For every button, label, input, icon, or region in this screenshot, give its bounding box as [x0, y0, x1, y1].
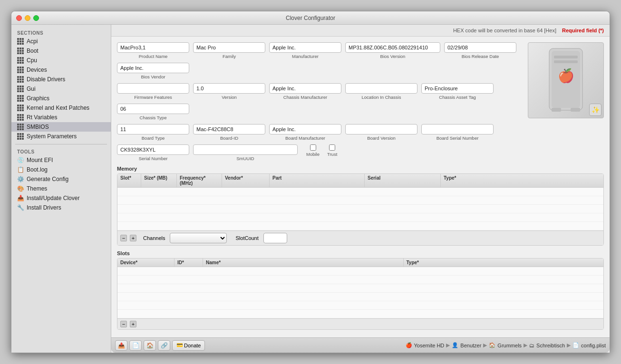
- slots-section-title: Slots: [117, 250, 604, 256]
- form-row-1: Product Name Family Manufacturer: [117, 42, 524, 79]
- mobile-checkbox-group: Mobile: [306, 144, 320, 157]
- path-sep-2: ▶: [483, 342, 487, 348]
- family-input[interactable]: [193, 42, 265, 53]
- path-yosemite: Yosemite HD: [414, 343, 445, 348]
- sidebar-item-graphics[interactable]: Graphics: [11, 94, 111, 103]
- minimize-button[interactable]: [25, 15, 30, 21]
- manufacturer-input[interactable]: [269, 42, 341, 53]
- table-row: [117, 196, 603, 205]
- content-body: Product Name Family Manufacturer: [111, 37, 610, 337]
- sidebar-item-boot-log[interactable]: 📋 Boot.log: [11, 165, 111, 174]
- sidebar-label-gui: Gui: [27, 86, 36, 92]
- sidebar-item-boot[interactable]: Boot: [11, 46, 111, 56]
- form-row-4: Serial Number SmUUID Mobile: [117, 144, 524, 161]
- chassis-asset-tag-input[interactable]: [421, 83, 494, 94]
- mobile-checkbox[interactable]: [310, 144, 316, 151]
- sidebar-item-smbios[interactable]: SMBIOS: [11, 122, 111, 132]
- board-id-group: Board-ID: [193, 124, 265, 141]
- bios-release-date-input[interactable]: [444, 42, 516, 53]
- footer-button-2[interactable]: 📄: [129, 340, 142, 351]
- sidebar-item-cpu[interactable]: Cpu: [11, 56, 111, 65]
- svg-rect-4: [554, 60, 578, 63]
- slotcount-input[interactable]: [263, 233, 287, 243]
- memory-col-size: Size* (MB): [141, 174, 177, 187]
- maximize-button[interactable]: [33, 15, 39, 21]
- trust-label: Trust: [327, 152, 337, 157]
- memory-remove-button[interactable]: −: [120, 235, 127, 241]
- table-row: [117, 213, 603, 222]
- path-sep-3: ▶: [524, 342, 527, 348]
- donate-button[interactable]: 💳 Donate: [172, 340, 205, 351]
- bios-vendor-label: Bios Vendor: [117, 74, 189, 79]
- table-row: [117, 205, 603, 213]
- sidebar-item-install-clover[interactable]: 📥 Install/Update Clover: [11, 193, 111, 203]
- slots-remove-button[interactable]: −: [120, 321, 127, 327]
- board-version-group: Board Version: [345, 124, 417, 141]
- product-name-label: Product Name: [117, 54, 189, 59]
- board-serial-number-input[interactable]: [421, 124, 494, 134]
- table-row: [117, 267, 603, 276]
- sidebar-item-acpi[interactable]: Acpi: [11, 37, 111, 46]
- firmware-features-input[interactable]: [117, 83, 189, 94]
- footer-button-1[interactable]: 📤: [115, 340, 127, 351]
- serial-number-input[interactable]: [117, 144, 189, 155]
- bios-version-input[interactable]: [345, 42, 440, 53]
- board-manufacturer-input[interactable]: [269, 124, 341, 134]
- version-group: Version: [193, 83, 265, 100]
- memory-table-header: Slot* Size* (MB) Frequency* (MHz) Vendor…: [117, 174, 603, 188]
- sidebar-item-kernel[interactable]: Kernel and Kext Patches: [11, 103, 111, 113]
- chassis-manufacturer-input[interactable]: [269, 83, 341, 94]
- board-version-input[interactable]: [345, 124, 417, 134]
- slots-col-id: ID*: [175, 259, 203, 267]
- sidebar-item-gui[interactable]: Gui: [11, 84, 111, 94]
- slots-add-button[interactable]: +: [130, 321, 136, 327]
- footer-button-3[interactable]: 🏠: [144, 340, 156, 351]
- bios-release-date-label: Bios Release Date: [444, 54, 516, 59]
- magic-wand-button[interactable]: ✨: [589, 104, 602, 116]
- location-in-chassis-group: Location In Chassis: [345, 83, 417, 100]
- sidebar-item-install-drivers[interactable]: 🔧 Install Drivers: [11, 203, 111, 212]
- svg-rect-3: [554, 56, 578, 58]
- footer-left-buttons: 📤 📄 🏠 🔗 💳 Donate: [115, 340, 205, 351]
- version-input[interactable]: [193, 83, 265, 94]
- smuuid-group: SmUUID: [193, 144, 298, 161]
- grid-icon-rt-variables: [17, 114, 24, 121]
- board-serial-number-label: Board Serial Number: [421, 135, 494, 141]
- bios-version-label: Bios Version: [345, 54, 440, 59]
- smuuid-input[interactable]: [193, 144, 298, 155]
- board-id-input[interactable]: [193, 124, 265, 134]
- sidebar-item-system-parameters[interactable]: System Parameters: [11, 132, 111, 141]
- grid-icon-system-parameters: [17, 133, 24, 140]
- chassis-type-input[interactable]: [117, 104, 189, 114]
- chassis-type-group: Chassis Type: [117, 104, 189, 120]
- install-drivers-icon: 🔧: [17, 204, 24, 211]
- sidebar-label-kernel: Kernel and Kext Patches: [27, 105, 89, 111]
- sidebar-item-generate-config[interactable]: ⚙️ Generate Config: [11, 174, 111, 184]
- form-row-3: Board Type Board-ID Board Manufacturer: [117, 124, 524, 141]
- product-name-input[interactable]: [117, 42, 189, 53]
- sidebar-item-disable-drivers[interactable]: Disable Drivers: [11, 75, 111, 84]
- sidebar-item-devices[interactable]: Devices: [11, 65, 111, 75]
- sidebar-item-themes[interactable]: 🎨 Themes: [11, 184, 111, 193]
- slots-col-name: Name*: [203, 259, 404, 267]
- trust-checkbox[interactable]: [329, 144, 335, 151]
- path-schreibtisch: Schreibtisch: [536, 343, 565, 348]
- table-row: [117, 188, 603, 196]
- chassis-type-label: Chassis Type: [117, 115, 189, 120]
- window-title: Clover Configurator: [286, 15, 335, 21]
- table-row: [117, 276, 603, 284]
- tools-label: TOOLS: [11, 147, 111, 155]
- footer-button-4[interactable]: 🔗: [158, 340, 170, 351]
- sidebar-item-mount-efi[interactable]: 💿 Mount EFI: [11, 155, 111, 165]
- path-sep-4: ▶: [567, 342, 571, 348]
- sidebar-item-rt-variables[interactable]: Rt Variables: [11, 113, 111, 122]
- slots-table-body: [117, 267, 603, 318]
- location-in-chassis-input[interactable]: [345, 83, 417, 94]
- close-button[interactable]: [16, 15, 22, 21]
- board-type-input[interactable]: [117, 124, 189, 134]
- channels-select[interactable]: [170, 233, 227, 243]
- memory-add-button[interactable]: +: [130, 235, 136, 241]
- bios-vendor-input[interactable]: [117, 63, 189, 73]
- memory-table-body: [117, 188, 603, 230]
- trust-checkbox-group: Trust: [327, 144, 337, 157]
